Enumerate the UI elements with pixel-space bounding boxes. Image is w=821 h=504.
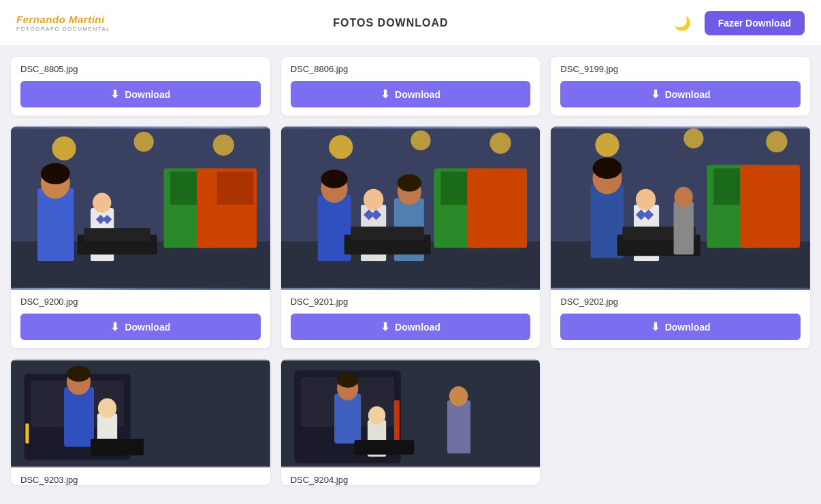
download-button[interactable]: ⬇ Download <box>291 81 531 107</box>
svg-rect-56 <box>674 201 694 254</box>
photo-card: DSC_9203.jpg <box>11 359 270 485</box>
svg-point-79 <box>449 386 468 406</box>
svg-point-46 <box>767 131 788 152</box>
svg-point-76 <box>368 406 385 424</box>
svg-point-64 <box>67 366 91 382</box>
svg-rect-78 <box>447 400 470 453</box>
download-icon: ⬇ <box>110 320 119 333</box>
header-actions: 🌙 Fazer Download <box>671 11 805 35</box>
photo-filename: DSC_9204.jpg <box>281 468 541 485</box>
photo-filename: DSC_9203.jpg <box>11 468 270 485</box>
photo-card: DSC_8806.jpg ⬇ Download <box>281 57 541 116</box>
svg-rect-5 <box>217 171 254 205</box>
photo-image <box>551 127 810 290</box>
download-icon: ⬇ <box>651 320 660 333</box>
photo-filename: DSC_8806.jpg <box>281 57 541 74</box>
download-button[interactable]: ⬇ Download <box>291 314 531 340</box>
logo-area: Fernando Martini Fotógrafo Documental <box>16 14 110 32</box>
svg-point-25 <box>410 131 430 150</box>
photo-card: DSC_9202.jpg ⬇ Download <box>551 127 810 348</box>
svg-point-8 <box>213 135 234 156</box>
svg-rect-72 <box>334 394 361 443</box>
svg-rect-18 <box>84 228 150 241</box>
photo-filename: DSC_9199.jpg <box>551 57 810 74</box>
photo-card: DSC_9200.jpg ⬇ Download <box>11 127 270 348</box>
photo-grid: DSC_8805.jpg ⬇ Download DSC_8806.jpg ⬇ D… <box>11 57 810 485</box>
photo-image <box>11 359 270 468</box>
photo-card: DSC_9199.jpg ⬇ Download <box>551 57 810 116</box>
photo-filename: DSC_8805.jpg <box>11 57 270 74</box>
svg-point-49 <box>593 158 622 179</box>
photo-card: DSC_8805.jpg ⬇ Download <box>11 57 270 116</box>
download-label: Download <box>395 322 440 333</box>
svg-rect-71 <box>394 400 400 440</box>
download-icon: ⬇ <box>651 88 660 101</box>
svg-point-33 <box>364 189 383 210</box>
download-button[interactable]: ⬇ Download <box>560 314 801 340</box>
svg-point-36 <box>397 174 421 191</box>
download-label: Download <box>665 89 711 100</box>
svg-point-66 <box>98 399 116 418</box>
photo-card: DSC_9201.jpg ⬇ Download <box>281 127 541 348</box>
fazer-download-button[interactable]: Fazer Download <box>705 11 805 35</box>
svg-point-57 <box>675 187 693 207</box>
svg-rect-38 <box>351 226 423 240</box>
photo-filename: DSC_9202.jpg <box>551 290 810 307</box>
svg-rect-77 <box>354 440 414 454</box>
download-label: Download <box>665 322 711 333</box>
svg-point-45 <box>684 129 704 148</box>
download-icon: ⬇ <box>381 320 389 333</box>
logo-name: Fernando Martini <box>16 14 110 26</box>
photo-image <box>281 359 541 468</box>
download-button[interactable]: ⬇ Download <box>20 314 261 340</box>
svg-point-29 <box>321 169 347 188</box>
photo-filename: DSC_9200.jpg <box>11 290 270 307</box>
svg-point-26 <box>489 133 511 154</box>
svg-rect-61 <box>25 424 29 443</box>
svg-point-44 <box>596 133 619 157</box>
main-content: DSC_8805.jpg ⬇ Download DSC_8806.jpg ⬇ D… <box>0 46 821 501</box>
svg-rect-43 <box>741 165 801 248</box>
photo-image <box>281 127 541 290</box>
svg-point-11 <box>41 163 70 184</box>
svg-rect-23 <box>467 168 527 248</box>
photo-card: DSC_9204.jpg <box>281 359 541 485</box>
photo-image <box>11 127 270 290</box>
svg-point-74 <box>337 373 358 387</box>
svg-point-24 <box>329 135 353 159</box>
svg-point-53 <box>636 189 656 210</box>
dark-mode-button[interactable]: 🌙 <box>671 12 694 34</box>
download-label: Download <box>125 89 170 100</box>
download-label: Download <box>125 322 170 333</box>
svg-point-16 <box>93 193 111 213</box>
svg-point-6 <box>52 137 76 161</box>
download-button[interactable]: ⬇ Download <box>560 81 801 107</box>
download-button[interactable]: ⬇ Download <box>20 81 261 107</box>
download-label: Download <box>395 89 440 100</box>
svg-rect-67 <box>91 439 144 455</box>
svg-rect-9 <box>37 188 74 261</box>
photo-filename: DSC_9201.jpg <box>281 290 541 307</box>
download-icon: ⬇ <box>110 88 119 101</box>
svg-rect-62 <box>64 387 94 447</box>
logo-subtitle: Fotógrafo Documental <box>16 26 110 32</box>
header: Fernando Martini Fotógrafo Documental FO… <box>0 0 821 46</box>
moon-icon: 🌙 <box>674 16 691 31</box>
svg-point-7 <box>134 132 154 152</box>
download-icon: ⬇ <box>381 88 389 101</box>
header-title: FOTOS DOWNLOAD <box>333 17 448 29</box>
